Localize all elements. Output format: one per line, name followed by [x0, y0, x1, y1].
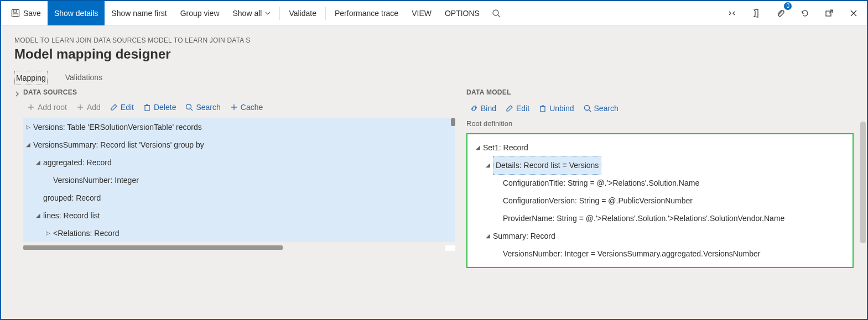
group-view-button[interactable]: Group view [174, 1, 226, 25]
cache-label: Cache [241, 103, 263, 112]
tree-node-set1[interactable]: ◢ Set1: Record [473, 139, 847, 156]
ds-action-row: Add root Add Edit Delete [23, 103, 455, 112]
page-vertical-scrollbar[interactable] [860, 122, 866, 243]
chevron-down-icon[interactable]: ◢ [23, 136, 33, 154]
svg-line-23 [589, 110, 591, 112]
delete-label: Delete [154, 103, 176, 112]
tree-label: VersionsNumber: Integer [53, 171, 139, 189]
chevron-down-icon[interactable]: ◢ [483, 156, 493, 174]
office-button[interactable] [746, 3, 766, 23]
tree-node-configuration-title[interactable]: ▷ ConfigurationTitle: String = @.'>Relat… [473, 174, 847, 192]
tree-node-configuration-version[interactable]: ▷ ConfigurationVersion: String = @.Publi… [473, 192, 847, 209]
plus-icon [76, 103, 85, 112]
tree-node-relations[interactable]: ▷ <Relations: Record [23, 224, 455, 242]
chevron-down-icon[interactable]: ◢ [473, 139, 483, 156]
tree-label: Details: Record list = Versions [493, 156, 601, 175]
show-all-button[interactable]: Show all [226, 1, 278, 25]
tree-label: ProviderName: String = @.'>Relations'.So… [503, 209, 784, 227]
dm-search-button[interactable]: Search [583, 104, 618, 113]
bind-label: Bind [481, 104, 496, 113]
page-title: Model mapping designer [14, 46, 854, 62]
plus-icon [230, 103, 238, 112]
view-button[interactable]: VIEW [405, 1, 438, 25]
edit-button[interactable]: Edit [110, 103, 134, 112]
dm-search-label: Search [594, 104, 618, 113]
svg-point-22 [584, 106, 589, 111]
tree-node-versions-number[interactable]: ▷ VersionsNumber: Integer [23, 171, 455, 189]
office-icon [752, 9, 761, 18]
data-model-panel: DATA MODEL Bind Edit Unbind Search [466, 88, 854, 319]
close-button[interactable] [844, 3, 864, 23]
attachments-button[interactable]: 0 [771, 3, 791, 23]
chevron-right-icon[interactable]: ▷ [23, 118, 33, 136]
tree-node-versions[interactable]: ▷ Versions: Table 'ERSolutionVersionTabl… [23, 118, 455, 136]
cache-button[interactable]: Cache [230, 103, 263, 112]
show-name-first-button[interactable]: Show name first [105, 1, 173, 25]
performance-trace-button[interactable]: Performance trace [328, 1, 405, 25]
tree-node-grouped[interactable]: ▷ grouped: Record [23, 189, 455, 207]
svg-line-4 [498, 15, 500, 17]
tree-node-details[interactable]: ◢ Details: Record list = Versions [473, 156, 847, 174]
tree-node-lines[interactable]: ◢ lines: Record list [23, 207, 455, 224]
tab-validations[interactable]: Validations [64, 71, 103, 85]
delete-button[interactable]: Delete [143, 103, 176, 112]
chevron-down-icon[interactable]: ◢ [483, 227, 493, 245]
connector-button[interactable] [722, 3, 742, 23]
svg-point-15 [186, 104, 191, 109]
trash-icon [143, 103, 152, 112]
search-icon [492, 9, 501, 18]
save-label: Save [23, 9, 41, 18]
save-button[interactable]: Save [4, 1, 48, 25]
unbind-button[interactable]: Unbind [538, 104, 574, 113]
tab-mapping[interactable]: Mapping [14, 71, 48, 85]
horizontal-scrollbar[interactable] [23, 245, 283, 250]
vertical-scrollbar[interactable] [451, 118, 455, 126]
validate-button[interactable]: Validate [282, 1, 323, 25]
paperclip-icon [776, 9, 785, 18]
unbind-label: Unbind [549, 104, 574, 113]
options-button[interactable]: OPTIONS [438, 1, 486, 25]
show-details-label: Show details [54, 9, 98, 18]
search-button[interactable] [486, 3, 506, 23]
chevron-down-icon [265, 11, 271, 16]
chevron-right-icon[interactable]: ▷ [43, 224, 53, 242]
tabs: Mapping Validations [14, 71, 854, 85]
svg-line-16 [191, 109, 193, 111]
edit-label: Edit [121, 103, 134, 112]
show-details-button[interactable]: Show details [48, 1, 105, 25]
tree-node-summary[interactable]: ◢ Summary: Record [473, 227, 847, 245]
tree-label: ConfigurationTitle: String = @.'>Relatio… [503, 174, 699, 192]
dm-edit-button[interactable]: Edit [505, 104, 529, 113]
tree-node-aggregated[interactable]: ◢ aggregated: Record [23, 154, 455, 171]
popout-button[interactable] [819, 3, 839, 23]
chevron-down-icon[interactable]: ◢ [33, 154, 43, 171]
chevron-down-icon[interactable]: ◢ [33, 207, 43, 224]
pencil-icon [505, 104, 514, 113]
tree-node-provider-name[interactable]: ▷ ProviderName: String = @.'>Relations'.… [473, 209, 847, 227]
add-button[interactable]: Add [76, 103, 101, 112]
add-label: Add [87, 103, 101, 112]
tree-label: Versions: Table 'ERSolutionVersionTable'… [33, 118, 202, 136]
tree-label: <Relations: Record [53, 224, 119, 242]
tree-node-dm-versions-number[interactable]: ▷ VersionsNumber: Integer = VersionsSumm… [473, 245, 847, 263]
ds-search-button[interactable]: Search [185, 103, 220, 112]
close-icon [850, 9, 857, 17]
validate-label: Validate [289, 9, 316, 18]
breadcrumb: MODEL TO LEARN JOIN DATA SOURCES MODEL T… [14, 36, 854, 44]
dm-tree-box: ◢ Set1: Record ◢ Details: Record list = … [466, 133, 854, 268]
plus-icon [27, 103, 35, 112]
tree-node-versions-summary[interactable]: ◢ VersionsSummary: Record list 'Versions… [23, 136, 455, 154]
separator [325, 7, 326, 20]
svg-rect-2 [13, 14, 18, 17]
bind-button[interactable]: Bind [470, 104, 496, 113]
link-icon [470, 104, 479, 113]
svg-rect-1 [13, 10, 17, 12]
connector-icon [727, 9, 736, 18]
content-area: MODEL TO LEARN JOIN DATA SOURCES MODEL T… [1, 25, 867, 319]
add-root-button[interactable]: Add root [27, 103, 67, 112]
performance-trace-label: Performance trace [335, 9, 398, 18]
search-icon [185, 103, 194, 112]
panel-collapse-caret[interactable] [14, 88, 23, 98]
trash-icon [538, 104, 547, 113]
refresh-button[interactable] [795, 3, 815, 23]
